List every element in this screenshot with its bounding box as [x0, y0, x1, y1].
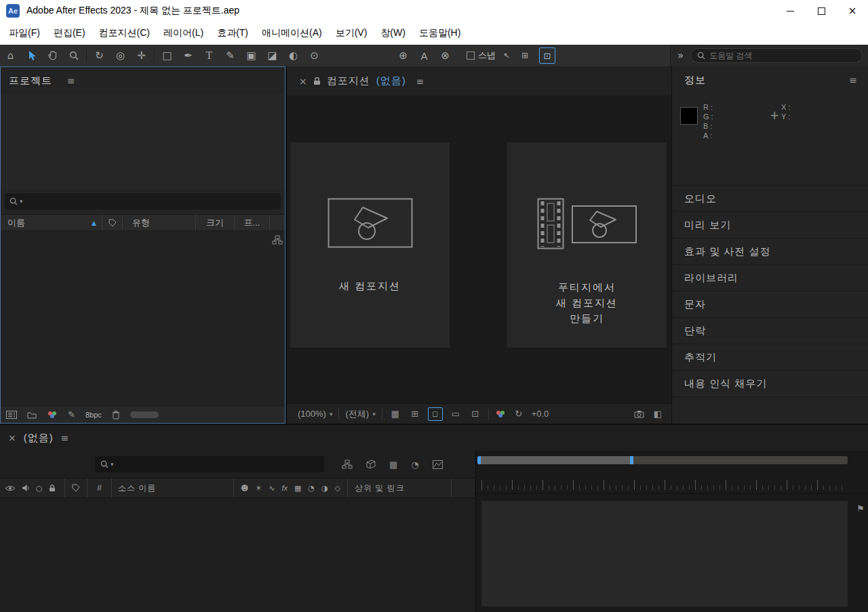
- eye-icon[interactable]: [5, 485, 16, 492]
- column-label-color[interactable]: [102, 215, 123, 230]
- panel-paragraph[interactable]: 단락: [672, 317, 868, 344]
- snap-cursor-icon[interactable]: ↖: [499, 48, 514, 63]
- help-search-field[interactable]: [690, 48, 863, 63]
- shape-tool[interactable]: □: [157, 47, 178, 64]
- draft-3d-icon[interactable]: [366, 460, 376, 469]
- panel-libraries[interactable]: 라이브러리: [672, 264, 868, 291]
- panel-content-aware-fill[interactable]: 내용 인식 채우기: [672, 370, 868, 396]
- menu-help[interactable]: 도움말(H): [412, 27, 467, 39]
- comp-marker-bin-icon[interactable]: ⚑: [856, 504, 865, 514]
- close-tab-icon[interactable]: ×: [8, 432, 16, 443]
- menu-view[interactable]: 보기(V): [329, 27, 374, 39]
- comp-mini-flowchart-icon[interactable]: [342, 460, 353, 469]
- project-search-field[interactable]: ▾: [5, 193, 281, 209]
- clone-stamp-tool[interactable]: ▣: [241, 47, 262, 64]
- new-composition-button[interactable]: 새 컴포지션: [290, 142, 450, 348]
- source-name-column[interactable]: 소스 이름: [112, 478, 234, 497]
- layer-list-area[interactable]: [0, 524, 475, 612]
- panel-preview[interactable]: 미리 보기: [672, 211, 868, 238]
- close-button[interactable]: ×: [837, 0, 868, 22]
- tab-project[interactable]: 프로젝트: [9, 75, 52, 87]
- zoom-tool[interactable]: [63, 47, 84, 64]
- type-tool[interactable]: T: [199, 47, 220, 64]
- lock-icon[interactable]: [49, 484, 56, 492]
- panel-effects-presets[interactable]: 효과 및 사전 설정: [672, 238, 868, 264]
- view-axis-mode-button[interactable]: ⊗: [435, 47, 456, 64]
- column-size[interactable]: 크기: [196, 215, 235, 230]
- toolbar-overflow-button[interactable]: »: [671, 49, 690, 62]
- timeline-navigator[interactable]: [477, 456, 848, 464]
- menu-file[interactable]: 파일(F): [2, 27, 47, 39]
- column-type[interactable]: 유형: [123, 215, 196, 230]
- menu-effect[interactable]: 효과(T): [210, 27, 255, 39]
- info-panel-menu-icon[interactable]: ≡: [849, 75, 857, 85]
- mask-visibility-toggle[interactable]: ◻: [428, 407, 443, 421]
- transparency-grid-icon[interactable]: ▦: [389, 409, 402, 419]
- timeline-panel-menu-icon[interactable]: ≡: [61, 432, 69, 443]
- graph-editor-icon[interactable]: [433, 460, 443, 469]
- snap-checkbox[interactable]: [467, 52, 475, 60]
- menu-composition[interactable]: 컴포지션(C): [92, 27, 157, 39]
- audio-icon[interactable]: [22, 484, 30, 492]
- maximize-button[interactable]: [806, 0, 837, 22]
- eraser-tool[interactable]: ◪: [262, 47, 283, 64]
- minimize-button[interactable]: [774, 0, 806, 22]
- column-frame-rate[interactable]: 프...: [235, 215, 270, 230]
- hand-tool[interactable]: [42, 47, 63, 64]
- resolution-dropdown[interactable]: (전체) ▾: [345, 408, 375, 420]
- roto-brush-tool[interactable]: ◐: [283, 47, 304, 64]
- menu-window[interactable]: 창(W): [374, 27, 412, 39]
- timeline-search-field[interactable]: ▾: [95, 456, 324, 472]
- chevron-down-icon[interactable]: ▾: [111, 461, 114, 468]
- exposure-value[interactable]: +0.0: [532, 409, 549, 419]
- horizontal-scrollbar-thumb[interactable]: [130, 411, 159, 418]
- project-items-list[interactable]: [1, 231, 285, 405]
- frame-blend-toggle-icon[interactable]: ▦: [389, 460, 397, 470]
- world-axis-mode-button[interactable]: A: [414, 47, 435, 64]
- 3d-layer-icon[interactable]: ◇: [335, 484, 340, 493]
- layer-number-column[interactable]: #: [87, 478, 112, 497]
- magnification-dropdown[interactable]: (100%) ▾: [298, 409, 332, 419]
- new-folder-icon[interactable]: [27, 411, 37, 419]
- menu-edit[interactable]: 편집(E): [47, 27, 92, 39]
- menu-layer[interactable]: 레이어(L): [157, 27, 210, 39]
- snapping-expanded-toggle[interactable]: ⊡: [539, 47, 555, 64]
- column-name[interactable]: 이름 ▲: [1, 215, 102, 230]
- show-channels-icon[interactable]: [495, 410, 506, 418]
- sort-ascending-icon[interactable]: ▲: [92, 220, 96, 226]
- menu-animation[interactable]: 애니메이션(A): [255, 27, 329, 39]
- camera-tool[interactable]: ◎: [110, 47, 131, 64]
- time-ruler[interactable]: [476, 467, 868, 494]
- pen-tool[interactable]: ✒: [178, 47, 199, 64]
- puppet-pin-tool[interactable]: ⊙: [304, 47, 325, 64]
- rotate-tool[interactable]: ↻: [89, 47, 110, 64]
- composition-panel-menu-icon[interactable]: ≡: [416, 76, 425, 87]
- bit-depth-button[interactable]: 8bpc: [85, 411, 102, 419]
- home-button[interactable]: ⌂: [0, 47, 21, 64]
- tab-info[interactable]: 정보: [684, 74, 706, 87]
- label-color-column[interactable]: [65, 478, 87, 497]
- region-of-interest-icon[interactable]: ▭: [449, 409, 462, 419]
- panel-tracker[interactable]: 추적기: [672, 344, 868, 370]
- panel-audio[interactable]: 오디오: [672, 185, 868, 211]
- show-snapshot-icon[interactable]: ◧: [651, 409, 665, 419]
- panel-character[interactable]: 문자: [672, 291, 868, 317]
- fx-icon[interactable]: fx: [281, 484, 288, 492]
- reset-exposure-icon[interactable]: ↻: [512, 409, 526, 419]
- motion-blur-toggle-icon[interactable]: ◔: [411, 460, 418, 470]
- grid-guides-icon[interactable]: ⊞: [408, 409, 422, 419]
- tab-timeline[interactable]: (없음): [24, 432, 54, 445]
- brush-tool[interactable]: ✎: [220, 47, 241, 64]
- adjustment-layer-icon[interactable]: ◑: [321, 484, 328, 493]
- take-snapshot-icon[interactable]: [634, 410, 644, 418]
- work-area-track[interactable]: [481, 501, 848, 607]
- delete-item-icon[interactable]: [112, 410, 120, 420]
- motion-blur-icon[interactable]: ◔: [308, 484, 315, 493]
- interpret-footage-icon[interactable]: [6, 411, 17, 419]
- close-tab-icon[interactable]: ×: [299, 76, 307, 87]
- parent-link-column[interactable]: 상위 및 링크: [348, 478, 452, 497]
- local-axis-mode-button[interactable]: ⊕: [393, 47, 414, 64]
- solo-icon[interactable]: ○: [36, 484, 43, 493]
- help-search-input[interactable]: [709, 51, 856, 60]
- navigator-view-bar[interactable]: [481, 456, 630, 464]
